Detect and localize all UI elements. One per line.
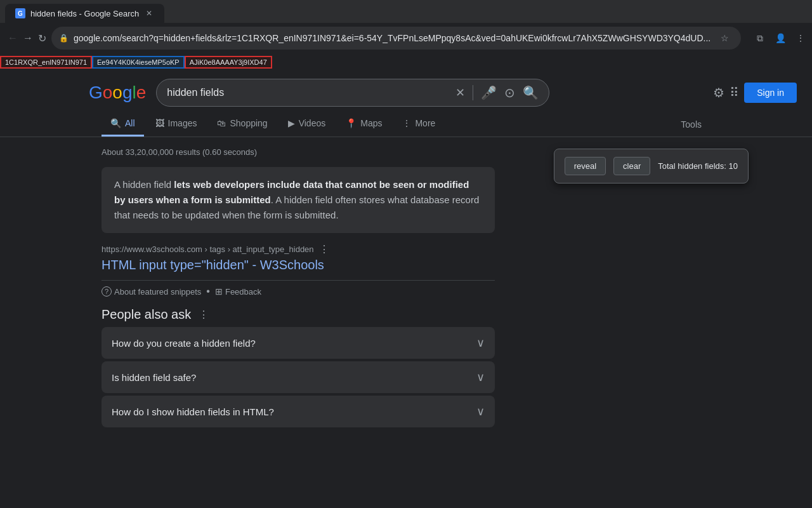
tab-more[interactable]: ⋮ More [393,112,444,137]
nav-bar: ← → ↻ 🔒 google.com/search?q=hidden+field… [0,23,812,53]
header-right: ⚙ ⠿ Sign in [713,83,797,103]
tab-close-button[interactable]: ✕ [144,8,154,18]
menu-button[interactable]: ⋮ [792,29,809,47]
logo-o2: o [112,83,122,103]
tab-maps[interactable]: 📍 Maps [337,112,391,137]
forward-button[interactable]: → [23,28,33,48]
faq-chevron-1: ∨ [476,336,485,350]
tab-bar: G hidden fields - Google Search ✕ [0,0,812,23]
search-bar[interactable]: hidden fields ✕ 🎤 ⊙ 🔍 [156,79,549,107]
search-divider [473,85,473,100]
logo-g2: g [122,83,133,103]
feedback-link[interactable]: ⊞ Feedback [215,286,261,297]
reveal-button[interactable]: reveal [565,157,606,175]
section-more-button[interactable]: ⋮ [199,309,209,321]
apps-button[interactable]: ⠿ [730,85,739,100]
tab-title: hidden fields - Google Search [30,9,139,18]
signin-button[interactable]: Sign in [744,83,797,103]
snippet-bold: lets web developers include data that ca… [114,179,469,205]
active-tab[interactable]: G hidden fields - Google Search ✕ [5,4,164,23]
tab-all[interactable]: 🔍 All [102,112,144,137]
faq-item-3[interactable]: How do I show hidden fields in HTML? ∨ [102,396,495,427]
browser-chrome: G hidden fields - Google Search ✕ ← → ↻ … [0,0,812,53]
profile-button[interactable]: 👤 [771,29,789,47]
search-tabs: 🔍 All 🖼 Images 🛍 Shopping ▶ Videos 📍 Map… [0,112,812,137]
feedback-separator: • [206,286,210,297]
faq-item-2[interactable]: Is hidden field safe? ∨ [102,361,495,393]
back-button[interactable]: ← [8,28,18,48]
faq-item-1[interactable]: How do you create a hidden field? ∨ [102,327,495,359]
address-actions: ☆ [716,29,733,47]
search-clear-button[interactable]: ✕ [455,86,465,100]
hidden-fields-row: 1C1RXQR_enIN971IN971 Ee94Y4K0K4ieseMP5oK… [0,53,812,71]
snippet-text: A hidden field lets web developers inclu… [114,177,482,223]
tab-images-label: Images [168,118,197,128]
tab-more-label: More [415,118,435,128]
faq-question-1: How do you create a hidden field? [112,338,256,349]
faq-question-2: Is hidden field safe? [112,372,196,383]
about-snippets-text: About featured snippets [114,287,201,297]
tab-favicon: G [15,8,25,18]
tools-label: Tools [681,119,702,130]
hidden-field-3[interactable]: AJiK0e8AAAAY3j9IXD47 [185,56,272,69]
feedback-icon: ⊞ [215,286,223,297]
tab-shopping[interactable]: 🛍 Shopping [208,112,276,137]
tab-videos[interactable]: ▶ Videos [279,112,335,137]
faq-chevron-2: ∨ [476,370,485,384]
videos-icon: ▶ [288,118,295,128]
all-icon: 🔍 [110,118,121,128]
help-circle-icon: ? [102,286,112,297]
source-url: https://www.w3schools.com › tags › att_i… [102,244,314,254]
tab-shopping-label: Shopping [230,118,267,128]
hidden-fields-count: Total hidden fields: 10 [658,161,738,171]
shopping-icon: 🛍 [217,118,226,128]
faq-chevron-3: ∨ [476,404,485,418]
result-title-link[interactable]: HTML input type="hidden" - W3Schools [102,258,710,272]
address-bar[interactable]: 🔒 google.com/search?q=hidden+fields&rlz=… [51,27,741,50]
more-dots-icon: ⋮ [402,118,411,128]
feedback-label: Feedback [225,287,261,297]
page-content: 1C1RXQR_enIN971IN971 Ee94Y4K0K4ieseMP5oK… [0,53,812,508]
tab-all-label: All [125,118,135,128]
tab-maps-label: Maps [360,118,382,128]
tools-button[interactable]: Tools [672,113,710,136]
source-more-button[interactable]: ⋮ [319,243,329,255]
hidden-field-2[interactable]: Ee94Y4K0K4ieseMP5oKP [92,56,185,69]
faq-question-3: How do I show hidden fields in HTML? [112,406,274,417]
clear-button[interactable]: clear [613,157,650,175]
images-icon: 🖼 [155,118,164,128]
search-button[interactable]: 🔍 [523,85,539,100]
logo-g: G [89,83,103,103]
search-query-text: hidden fields [167,87,448,98]
logo-e: e [136,83,147,103]
logo-o1: o [103,83,113,103]
lock-icon: 🔒 [59,34,69,43]
bookmark-button[interactable]: ☆ [716,29,733,47]
lens-button[interactable]: ⊙ [504,85,515,100]
voice-search-button[interactable]: 🎤 [481,85,497,100]
hidden-fields-overlay: reveal clear Total hidden fields: 10 [554,149,749,184]
source-link-row: https://www.w3schools.com › tags › att_i… [102,243,710,255]
google-logo: G o o g l e [89,83,146,103]
tab-videos-label: Videos [299,118,326,128]
settings-button[interactable]: ⚙ [713,85,724,100]
about-snippets-link[interactable]: ? About featured snippets [102,286,201,297]
people-also-ask-title: People also ask [102,307,191,322]
refresh-button[interactable]: ↻ [38,28,46,48]
maps-icon: 📍 [346,118,357,128]
featured-snippet: A hidden field lets web developers inclu… [102,167,495,233]
tab-images[interactable]: 🖼 Images [147,112,206,137]
browser-actions: ⧉ 👤 ⋮ [751,29,809,47]
url-text: google.com/search?q=hidden+fields&rlz=1C… [74,33,710,43]
feedback-row: ? About featured snippets • ⊞ Feedback [102,280,495,297]
extensions-button[interactable]: ⧉ [751,29,769,47]
hidden-field-1[interactable]: 1C1RXQR_enIN971IN971 [0,56,92,69]
people-also-ask-header: People also ask ⋮ [102,307,710,322]
